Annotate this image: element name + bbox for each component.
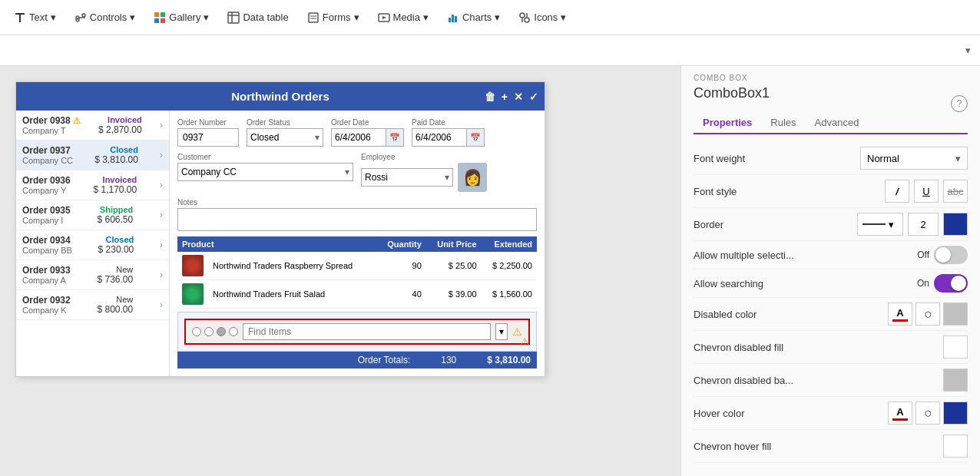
paid-date-input[interactable]: 📅 [412, 128, 485, 147]
prop-font-style: Font style / U abc [694, 175, 968, 208]
chevron-hover-fill-swatch[interactable] [943, 435, 968, 458]
order-item-0934[interactable]: Order 0934 Company BB Closed $ 230.00 › [16, 230, 169, 260]
hover-color-fill-btn[interactable]: ⬡ [915, 402, 940, 425]
order-totals-row: Order Totals: 130 $ 3,810.00 [177, 352, 537, 369]
paid-date-text[interactable] [412, 131, 466, 144]
order-status-arrow: ▾ [315, 132, 319, 143]
order-status-select[interactable]: Closed ▾ [247, 128, 323, 147]
order-item-0937[interactable]: Order 0937 Company CC Closed $ 3,810.00 … [16, 140, 169, 170]
allow-searching-label: Allow searching [694, 278, 917, 289]
toolbar-controls-chevron: ▾ [130, 12, 135, 23]
add-icon[interactable]: + [502, 91, 508, 103]
northwind-body: Order 0938 ⚠ Company T Invoiced $ 2,870.… [16, 111, 545, 376]
toolbar-gallery[interactable]: Gallery ▾ [146, 8, 217, 27]
font-style-label: Font style [694, 186, 885, 197]
notes-input[interactable] [177, 208, 537, 231]
disabled-color-underline [892, 319, 908, 322]
underline-button[interactable]: U [914, 180, 939, 203]
tab-properties[interactable]: Properties [694, 112, 761, 134]
product-row-1: Northwind Traders Fruit Salad 40 $ 39.00… [177, 280, 537, 309]
svg-point-22 [520, 13, 525, 18]
toolbar-forms[interactable]: Forms ▾ [300, 8, 367, 27]
toolbar-icons[interactable]: Icons ▾ [511, 8, 574, 27]
order-date-text[interactable] [332, 131, 386, 144]
chevron-disabled-ba-swatch[interactable] [943, 369, 968, 392]
toolbar-controls[interactable]: Controls ▾ [67, 8, 143, 27]
svg-point-3 [82, 14, 85, 17]
combo-circles [192, 327, 238, 336]
disabled-color-label: Disabled color [694, 309, 888, 320]
font-weight-dropdown[interactable]: Normal ▾ [860, 147, 968, 170]
order-number-input[interactable] [177, 128, 239, 147]
toolbar-datatable[interactable]: Data table [220, 8, 296, 27]
tab-advanced[interactable]: Advanced [806, 112, 869, 134]
order-item-0938[interactable]: Order 0938 ⚠ Company T Invoiced $ 2,870.… [16, 111, 169, 140]
allow-multiple-toggle[interactable] [934, 246, 968, 264]
hover-color-text-btn[interactable]: A [888, 402, 912, 425]
border-width-input[interactable]: 2 [908, 213, 939, 236]
font-weight-label: Font weight [694, 153, 860, 164]
order-item-0935[interactable]: Order 0935 Company I Shipped $ 606.50 › [16, 200, 169, 230]
close-icon[interactable]: ✕ [514, 91, 523, 103]
toolbar-media[interactable]: Media ▾ [370, 8, 436, 27]
totals-label: Order Totals: [358, 355, 410, 365]
customer-select[interactable]: Company CC ▾ [177, 163, 353, 181]
border-control: ▾ 2 [857, 213, 968, 236]
italic-button[interactable]: / [885, 180, 909, 203]
prop-chevron-disabled-ba: Chevron disabled ba... [694, 364, 968, 397]
toolbar-text[interactable]: Text ▾ [6, 8, 64, 27]
formula-expand-chevron[interactable]: ▾ [965, 45, 971, 56]
font-weight-arrow: ▾ [955, 153, 961, 164]
hover-color-swatch[interactable] [943, 402, 968, 425]
allow-searching-toggle[interactable] [934, 274, 968, 293]
employee-field: Employee Rossi ▾ 👩 [361, 153, 537, 192]
order-item-0932[interactable]: Order 0932 Company K New $ 800.00 › [16, 290, 169, 320]
right-panel-header: COMBO BOX ComboBox1 ? [681, 66, 980, 112]
help-icon[interactable]: ? [951, 95, 968, 112]
disabled-color-fill-btn[interactable]: ⬡ [915, 302, 940, 326]
svg-rect-7 [154, 12, 159, 17]
combo-dropdown[interactable]: ▾ [495, 323, 508, 340]
toggle-knob-on [951, 276, 966, 291]
combo-box-title: ComboBox1 [694, 85, 770, 101]
border-line-selector[interactable]: ▾ [857, 213, 903, 236]
toolbar-forms-label: Forms [323, 12, 351, 23]
formula-input[interactable]: Choices( 'Order Details'.Product ) [9, 45, 959, 56]
svg-rect-1 [19, 15, 21, 22]
toolbar-gallery-label: Gallery [169, 12, 200, 23]
toolbar-charts[interactable]: Charts ▾ [439, 8, 508, 27]
calendar-icon-paiddate[interactable]: 📅 [466, 129, 484, 146]
chevron-0938: › [160, 120, 163, 131]
toolbar-charts-label: Charts [462, 12, 492, 23]
chevron-0935: › [160, 210, 163, 220]
tab-rules[interactable]: Rules [761, 112, 805, 134]
allow-searching-control: On [917, 274, 968, 293]
disabled-color-swatch[interactable] [943, 302, 968, 326]
northwind-panel: Northwind Orders 🗑 + ✕ ✓ Order 0938 [15, 81, 545, 377]
toolbar-icons-chevron: ▾ [561, 12, 566, 23]
outer-warning-icon: ⚠ [520, 336, 530, 348]
combo-find-input[interactable] [243, 323, 491, 340]
strikethrough-button[interactable]: abc [943, 180, 968, 203]
prop-chevron-hover-fill: Chevron hover fill [694, 430, 968, 463]
employee-arrow: ▾ [445, 172, 449, 183]
product-qty-0: 90 [377, 252, 426, 280]
data-table-icon [227, 12, 240, 24]
order-status-field: Order Status Closed ▾ [247, 118, 323, 147]
notes-section: Notes [177, 198, 537, 233]
product-img-salad [182, 283, 204, 305]
disabled-color-control: A ⬡ [888, 302, 968, 326]
chevron-0937: › [160, 150, 163, 160]
chevron-disabled-fill-swatch[interactable] [943, 336, 968, 359]
canvas-area[interactable]: Northwind Orders 🗑 + ✕ ✓ Order 0938 [0, 66, 680, 476]
prop-chevron-disabled-fill: Chevron disabled fill [694, 331, 968, 364]
trash-icon[interactable]: 🗑 [485, 91, 495, 103]
check-icon[interactable]: ✓ [529, 91, 538, 103]
calendar-icon-orderdate[interactable]: 📅 [386, 129, 403, 146]
order-date-input[interactable]: 📅 [331, 128, 404, 147]
employee-select[interactable]: Rossi ▾ [361, 168, 453, 187]
order-item-0933[interactable]: Order 0933 Company A New $ 736.00 › [16, 260, 169, 290]
disabled-color-text-btn[interactable]: A [888, 302, 912, 326]
border-color-swatch[interactable] [943, 213, 968, 236]
order-item-0936[interactable]: Order 0936 Company Y Invoiced $ 1,170.00… [16, 170, 169, 200]
